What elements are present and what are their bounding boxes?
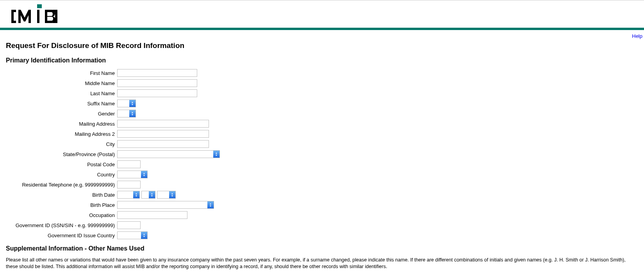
residential-phone-label: Residential Telephone (e.g. 9999999999)	[6, 182, 117, 188]
main-content: Request For Disclosure of MIB Record Inf…	[0, 41, 644, 272]
postal-code-input[interactable]	[117, 160, 141, 168]
gov-id-label: Government ID (SSN/SIN - e.g. 999999999)	[6, 222, 117, 228]
birth-place-label: Birth Place	[6, 202, 117, 208]
gov-id-country-label: Government ID Issue Country	[6, 233, 117, 238]
help-row: Help	[0, 30, 644, 39]
birth-year-select[interactable]	[157, 191, 176, 199]
chevron-updown-icon	[141, 232, 147, 239]
supplemental-instructions: Please list all other names or variation…	[6, 257, 638, 270]
mailing-address-label: Mailing Address	[6, 121, 117, 127]
middle-name-label: Middle Name	[6, 80, 117, 86]
suffix-label: Suffix Name	[6, 101, 117, 107]
chevron-updown-icon	[149, 191, 155, 198]
state-label: State/Province (Postal)	[6, 151, 117, 157]
state-select[interactable]	[117, 150, 220, 158]
occupation-label: Occupation	[6, 212, 117, 218]
gov-id-country-select[interactable]	[117, 231, 148, 239]
country-label: Country	[6, 172, 117, 178]
gender-label: Gender	[6, 111, 117, 117]
gender-select[interactable]	[117, 110, 136, 117]
birth-place-select[interactable]	[117, 201, 214, 209]
birth-day-select[interactable]	[141, 191, 155, 199]
chevron-updown-icon	[129, 110, 136, 117]
section-primary-id-title: Primary Identification Information	[6, 57, 638, 64]
occupation-input[interactable]	[117, 211, 187, 219]
birth-month-select[interactable]	[117, 191, 140, 199]
mailing-address2-input[interactable]	[117, 130, 209, 138]
mib-logo	[6, 4, 59, 25]
city-input[interactable]	[117, 140, 209, 148]
chevron-updown-icon	[141, 171, 147, 178]
gov-id-input[interactable]	[117, 221, 141, 229]
section-supplemental-title: Supplemental Information - Other Names U…	[6, 245, 638, 252]
middle-name-input[interactable]	[117, 79, 197, 87]
last-name-input[interactable]	[117, 89, 197, 97]
birth-date-label: Birth Date	[6, 192, 117, 198]
country-select[interactable]	[117, 171, 148, 178]
chevron-updown-icon	[207, 201, 214, 208]
chevron-updown-icon	[133, 191, 139, 198]
city-label: City	[6, 141, 117, 147]
mailing-address2-label: Mailing Address 2	[6, 131, 117, 137]
chevron-updown-icon	[213, 151, 219, 158]
chevron-updown-icon	[169, 191, 175, 198]
help-link[interactable]: Help	[632, 33, 642, 39]
suffix-select[interactable]	[117, 100, 136, 107]
page-title: Request For Disclosure of MIB Record Inf…	[6, 41, 638, 50]
residential-phone-input[interactable]	[117, 181, 141, 188]
chevron-updown-icon	[129, 100, 136, 107]
header	[0, 0, 644, 28]
svg-rect-0	[37, 4, 42, 8]
first-name-input[interactable]	[117, 69, 197, 77]
postal-code-label: Postal Code	[6, 162, 117, 167]
last-name-label: Last Name	[6, 91, 117, 96]
first-name-label: First Name	[6, 70, 117, 76]
mailing-address-input[interactable]	[117, 120, 209, 128]
